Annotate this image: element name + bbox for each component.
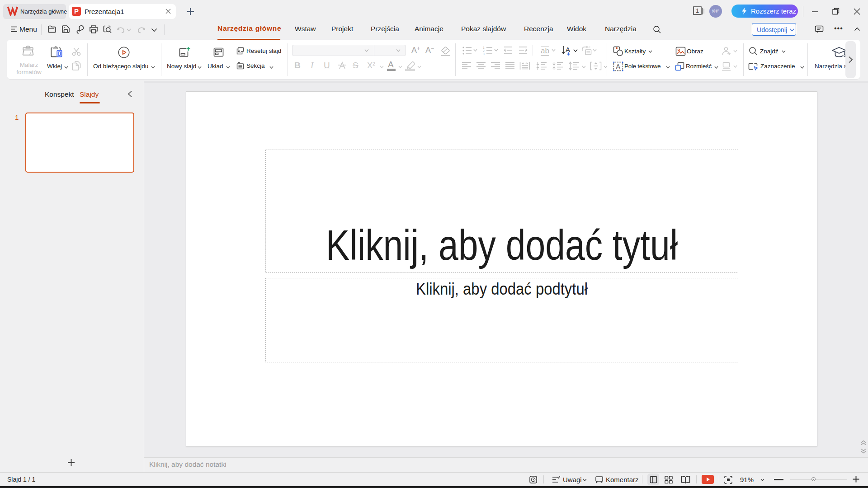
- svg-text:A: A: [566, 46, 570, 53]
- svg-text:1: 1: [483, 46, 485, 49]
- svg-text:1: 1: [696, 8, 699, 14]
- svg-text:2: 2: [483, 49, 485, 52]
- svg-text:A: A: [616, 63, 621, 70]
- svg-text:3: 3: [483, 52, 485, 56]
